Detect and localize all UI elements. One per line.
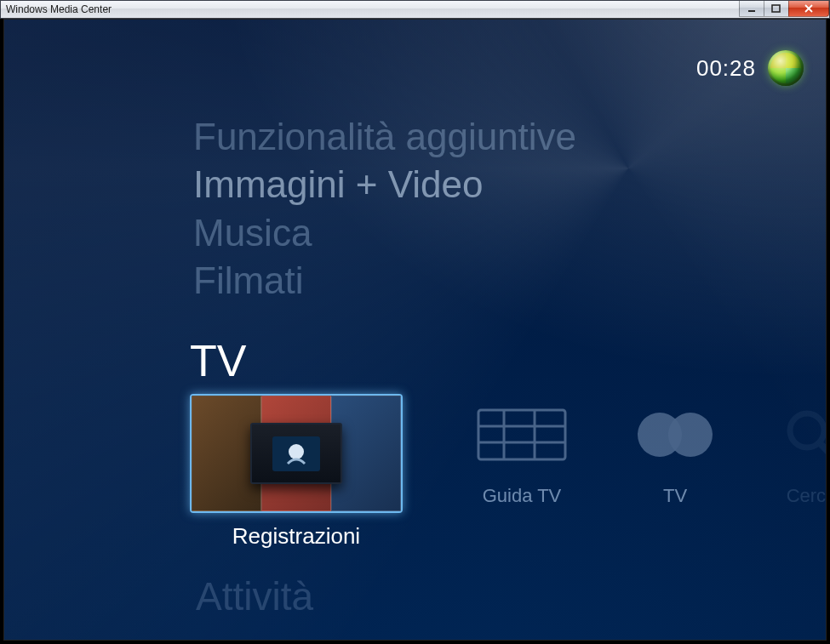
tile-label: Guida TV — [483, 485, 562, 507]
minimize-button[interactable] — [739, 1, 764, 17]
recordings-icon — [190, 394, 403, 513]
window-buttons — [740, 1, 829, 17]
tile-recordings[interactable]: Registrazioni — [190, 394, 403, 550]
svg-line-12 — [820, 443, 827, 458]
tile-live-tv[interactable]: TV — [624, 394, 726, 507]
tile-label: Registrazioni — [232, 523, 360, 550]
window-title: Windows Media Center — [1, 3, 112, 15]
category-list: Funzionalità aggiuntive Immagini + Video… — [193, 113, 576, 386]
tile-tv-guide[interactable]: Guida TV — [471, 394, 573, 507]
svg-point-3 — [289, 444, 304, 459]
tile-label: Cerca — [787, 485, 827, 507]
clock: 00:28 — [696, 55, 756, 82]
svg-rect-4 — [478, 410, 565, 459]
svg-rect-1 — [772, 5, 780, 12]
tile-search[interactable]: Cerca — [777, 394, 827, 507]
start-orb-icon[interactable] — [768, 50, 804, 86]
search-icon — [777, 394, 827, 475]
svg-rect-0 — [748, 10, 755, 12]
category-tv[interactable]: TV — [190, 335, 576, 386]
category-movies[interactable]: Filmati — [193, 257, 576, 305]
category-pictures-video[interactable]: Immagini + Video — [193, 161, 576, 208]
guide-icon — [471, 394, 573, 475]
media-center-stage: 00:28 Funzionalità aggiuntive Immagini +… — [3, 19, 827, 641]
svg-point-10 — [668, 413, 713, 457]
window-titlebar: Windows Media Center — [0, 0, 830, 19]
maximize-button[interactable] — [764, 1, 789, 17]
tile-strip: Registrazioni Guida TV — [190, 394, 826, 550]
tv-icon — [624, 394, 726, 475]
category-music[interactable]: Musica — [193, 209, 576, 257]
tile-label: TV — [663, 485, 687, 507]
top-bar: 00:28 — [696, 50, 804, 86]
category-extras[interactable]: Funzionalità aggiuntive — [193, 113, 576, 161]
close-button[interactable] — [788, 1, 829, 17]
category-tasks[interactable]: Attività — [196, 573, 313, 619]
